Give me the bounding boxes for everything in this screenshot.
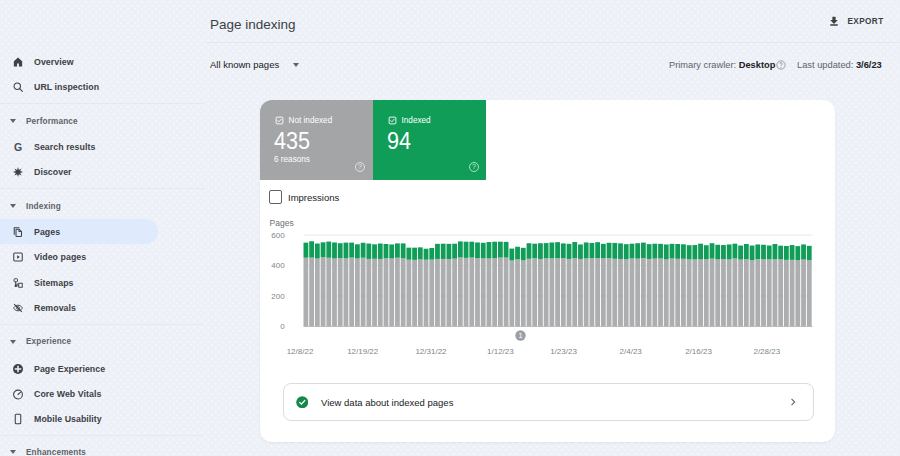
svg-text:12/8/22: 12/8/22	[287, 347, 314, 356]
svg-text:400: 400	[271, 261, 285, 270]
svg-text:1/23/23: 1/23/23	[550, 347, 577, 356]
svg-text:2/28/23: 2/28/23	[753, 347, 780, 356]
svg-text:G: G	[14, 141, 22, 153]
svg-text:1/12/23: 1/12/23	[487, 347, 514, 356]
svg-text:Pages: Pages	[270, 218, 294, 228]
svg-text:600: 600	[271, 231, 285, 240]
svg-text:12/31/22: 12/31/22	[415, 347, 447, 356]
svg-text:2/16/23: 2/16/23	[685, 347, 712, 356]
svg-text:2/4/23: 2/4/23	[620, 347, 643, 356]
svg-text:0: 0	[280, 322, 285, 331]
svg-text:200: 200	[271, 292, 285, 301]
svg-text:12/19/22: 12/19/22	[347, 347, 379, 356]
svg-text:1: 1	[518, 331, 522, 340]
